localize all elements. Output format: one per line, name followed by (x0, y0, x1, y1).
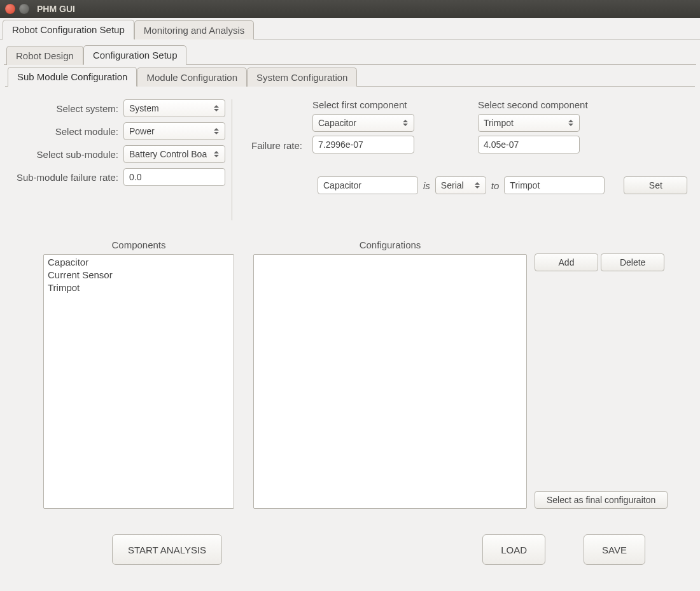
input-relation-b[interactable]: Trimpot (504, 176, 605, 194)
tab-module-config[interactable]: Module Configuration (137, 68, 247, 87)
spinner-icon (213, 103, 220, 113)
tab-robot-design[interactable]: Robot Design (6, 46, 83, 65)
tabbar-level1: Robot Configuration Setup Monitoring and… (0, 18, 700, 39)
add-button[interactable]: Add (535, 253, 598, 271)
list-item[interactable]: Capacitor (46, 256, 231, 269)
tabbar-level3: Sub Module Configuration Module Configur… (5, 65, 695, 87)
list-item[interactable]: Trimpot (46, 281, 231, 294)
label-select-submodule: Select sub-module: (11, 149, 123, 160)
input-first-failure-rate[interactable]: 7.2996e-07 (312, 136, 414, 153)
label-to: to (491, 180, 500, 191)
list-item[interactable]: Current Sensor (46, 269, 231, 281)
label-select-first-component: Select first component (312, 99, 414, 110)
minimize-icon[interactable] (19, 4, 29, 14)
close-icon[interactable] (5, 4, 15, 14)
label-select-system: Select system: (11, 103, 123, 114)
configurations-listbox[interactable] (253, 254, 527, 509)
tab-sub-module-config[interactable]: Sub Module Configuration (8, 67, 137, 87)
select-final-config-button[interactable]: Select as final configuraiton (535, 491, 668, 509)
components-listbox[interactable]: CapacitorCurrent SensorTrimpot (43, 254, 234, 509)
left-settings-panel: Select system: System Select module: (9, 99, 232, 220)
label-components: Components (43, 239, 234, 250)
input-submodule-failure-rate[interactable]: 0.0 (123, 168, 225, 186)
right-component-panel: Failure rate: Select first component Cap… (236, 99, 700, 220)
combo-relation-mode[interactable]: Serial (435, 176, 486, 194)
combo-select-submodule[interactable]: Battery Control Boa (123, 145, 225, 163)
label-select-module: Select module: (11, 126, 123, 137)
save-button[interactable]: SAVE (584, 534, 645, 565)
set-button[interactable]: Set (624, 176, 687, 194)
combo-first-component[interactable]: Capacitor (312, 114, 414, 132)
label-failure-rate: Failure rate: (251, 99, 312, 153)
label-select-second-component: Select second component (478, 99, 588, 110)
combo-second-component[interactable]: Trimpot (478, 114, 580, 132)
tab-robot-config-setup[interactable]: Robot Configuration Setup (3, 20, 134, 39)
delete-button[interactable]: Delete (601, 253, 664, 271)
spinner-icon (568, 118, 574, 128)
load-button[interactable]: LOAD (482, 534, 545, 565)
spinner-icon (474, 180, 480, 190)
label-is: is (423, 180, 430, 191)
spinner-icon (213, 126, 220, 136)
tab-monitoring-analysis[interactable]: Monitoring and Analysis (134, 20, 254, 39)
input-second-failure-rate[interactable]: 4.05e-07 (478, 136, 580, 153)
titlebar: PHM GUI (0, 0, 700, 18)
input-relation-a[interactable]: Capacitor (318, 176, 418, 194)
start-analysis-button[interactable]: START ANALYSIS (112, 534, 222, 565)
combo-select-system[interactable]: System (123, 99, 225, 117)
tab-configuration-setup[interactable]: Configuration Setup (83, 45, 187, 65)
label-configurations: Configurations (253, 239, 527, 250)
tabbar-level2: Robot Design Configuration Setup (4, 43, 696, 65)
label-submodule-failure-rate: Sub-module failure rate: (11, 172, 123, 183)
spinner-icon (213, 149, 220, 159)
combo-select-module[interactable]: Power (123, 122, 225, 140)
tab-system-config[interactable]: System Configuration (247, 68, 357, 87)
window-title: PHM GUI (37, 4, 75, 14)
spinner-icon (402, 118, 409, 128)
